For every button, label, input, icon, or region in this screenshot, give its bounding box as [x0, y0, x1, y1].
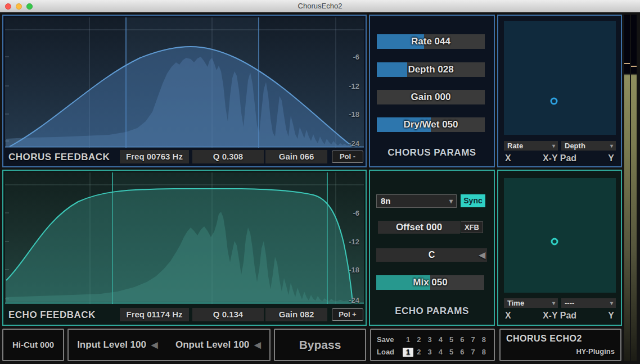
save-slot-8[interactable]: 8 [479, 335, 489, 344]
xy-pad-label: X-Y Pad [498, 153, 621, 163]
echo-feedback-title: ECHO FEEDBACK [8, 307, 96, 322]
echo-xy-y-select[interactable]: ---- ▾ [561, 298, 616, 308]
db-label: -12 [349, 238, 359, 246]
peak-marker-right [631, 66, 637, 67]
window-title: ChorusEcho2 [0, 0, 640, 12]
db-label: -18 [349, 110, 359, 119]
echo-feedback-panel: -6 -12 -18 -24 ECHO FEEDBACK Freq 01174 … [2, 170, 367, 326]
chorus-xy-x-select[interactable]: Rate ▾ [504, 141, 558, 151]
load-slot-4[interactable]: 4 [435, 348, 446, 357]
y-axis-label: Y [608, 153, 614, 163]
preset-panel: Save 1 2 3 4 5 6 7 8 Load 1 2 3 4 5 6 7 … [370, 329, 495, 361]
sync-rate-select[interactable]: 8n ▾ [376, 194, 457, 208]
titlebar: ChorusEcho2 [0, 0, 640, 12]
load-slot-1[interactable]: 1 [403, 348, 413, 357]
chevron-down-icon: ▾ [610, 298, 613, 308]
echo-spectrum-display[interactable]: -6 -12 -18 -24 [5, 172, 364, 304]
load-slot-2[interactable]: 2 [413, 348, 424, 357]
chorus-filter-curve-graphic [5, 17, 364, 148]
load-slot-6[interactable]: 6 [457, 348, 467, 357]
echo-q-value[interactable]: Q 0.134 [192, 308, 264, 321]
brand-panel: CHORUS ECHO2 HY-Plugins [499, 329, 621, 361]
gain-slider[interactable]: Gain 000 [377, 90, 485, 104]
chorus-freq-value[interactable]: Freq 00763 Hz [120, 150, 189, 163]
load-label: Load [377, 348, 403, 356]
echo-xy-x-select[interactable]: Time ▾ [504, 298, 558, 308]
chorus-spectrum-display[interactable]: -6 -12 -18 -24 [5, 17, 364, 148]
arrow-left-icon[interactable]: ◀ [254, 330, 261, 360]
chorus-xy-y-select[interactable]: Depth ▾ [561, 141, 616, 151]
db-label: -24 [349, 139, 359, 148]
rate-slider-label: Rate 044 [377, 34, 485, 49]
arrow-left-icon[interactable]: ◀ [151, 330, 158, 360]
echo-filter-curve-graphic [5, 172, 364, 304]
save-slot-4[interactable]: 4 [435, 335, 446, 344]
db-label: -6 [353, 209, 359, 217]
save-slot-7[interactable]: 7 [468, 335, 479, 344]
chorus-xy-x-value: Rate [507, 142, 523, 150]
chorus-xy-pad[interactable] [504, 21, 616, 135]
chevron-down-icon: ▾ [552, 141, 555, 151]
load-slot-5[interactable]: 5 [446, 348, 457, 357]
db-label: -24 [349, 296, 359, 304]
save-slot-5[interactable]: 5 [446, 335, 457, 344]
output-level-control[interactable]: Onput Level 100 ◀ [175, 330, 261, 360]
drywet-slider[interactable]: Dry/Wet 050 [377, 117, 485, 132]
db-label: -6 [353, 53, 359, 61]
echo-params-panel: 8n ▾ Sync Offset 000 XFB C ◀ Mix 050 ECH… [369, 170, 495, 326]
chorus-polarity-button[interactable]: Pol - [332, 151, 363, 163]
chorus-feedback-title: CHORUS FEEDBACK [8, 149, 110, 165]
output-level-label: Onput Level 100 [175, 330, 249, 360]
sync-button[interactable]: Sync [461, 194, 485, 207]
peak-marker-left [624, 63, 630, 64]
chorus-feedback-panel: -6 -12 -18 -24 CHORUS FEEDBACK Freq 0076… [2, 15, 367, 167]
chevron-down-icon: ▾ [610, 141, 613, 151]
chorus-xy-handle[interactable] [550, 97, 557, 104]
bypass-button[interactable]: Bypass [274, 329, 366, 361]
plugin-window: ChorusEcho2 [0, 0, 640, 364]
chorus-gain-value[interactable]: Gain 066 [265, 150, 327, 163]
load-slot-7[interactable]: 7 [468, 348, 479, 357]
echo-gain-value[interactable]: Gain 082 [265, 308, 327, 321]
rate-slider[interactable]: Rate 044 [377, 34, 485, 49]
echo-xy-pad[interactable] [504, 178, 616, 293]
io-level-panel: Input Level 100 ◀ Onput Level 100 ◀ [67, 329, 271, 361]
load-slot-8[interactable]: 8 [479, 348, 489, 357]
depth-slider-label: Depth 028 [377, 62, 485, 77]
xfb-button[interactable]: XFB [461, 221, 483, 233]
note-selector[interactable]: C ◀ [376, 248, 487, 262]
level-meter-left [624, 15, 630, 361]
y-axis-label: Y [608, 311, 614, 321]
save-slot-1[interactable]: 1 [403, 335, 413, 344]
brand-title: CHORUS ECHO2 [506, 334, 582, 344]
db-label: -12 [349, 82, 359, 90]
mix-slider[interactable]: Mix 050 [376, 275, 484, 290]
offset-value[interactable]: Offset 000 [378, 221, 460, 234]
echo-polarity-button[interactable]: Pol + [332, 308, 363, 321]
gain-slider-label: Gain 000 [377, 90, 485, 104]
depth-slider[interactable]: Depth 028 [377, 62, 485, 77]
save-slot-2[interactable]: 2 [413, 335, 424, 344]
chorus-xy-y-value: Depth [565, 142, 585, 150]
echo-xy-handle[interactable] [551, 238, 558, 245]
echo-freq-value[interactable]: Freq 01174 Hz [120, 308, 189, 321]
save-slot-3[interactable]: 3 [425, 335, 435, 344]
save-label: Save [377, 335, 403, 344]
hi-cut-button[interactable]: Hi-Cut 000 [2, 329, 64, 361]
drywet-slider-label: Dry/Wet 050 [377, 117, 485, 132]
chevron-down-icon: ▾ [449, 195, 453, 207]
arrow-left-icon[interactable]: ◀ [479, 248, 485, 262]
xy-pad-label: X-Y Pad [498, 311, 621, 321]
db-label: -18 [349, 266, 359, 274]
sync-rate-value: 8n [381, 196, 391, 206]
save-slot-6[interactable]: 6 [457, 335, 467, 344]
chorus-q-value[interactable]: Q 0.308 [192, 150, 264, 163]
input-level-label: Input Level 100 [77, 330, 146, 360]
echo-xy-x-value: Time [507, 299, 524, 307]
load-slot-3[interactable]: 3 [425, 348, 435, 357]
input-level-control[interactable]: Input Level 100 ◀ [77, 330, 157, 360]
chorus-params-title: CHORUS PARAMS [370, 147, 494, 158]
echo-xy-panel: Time ▾ ---- ▾ X X-Y Pad Y [497, 170, 622, 326]
chevron-down-icon: ▾ [552, 298, 555, 308]
echo-xy-y-value: ---- [565, 299, 574, 307]
